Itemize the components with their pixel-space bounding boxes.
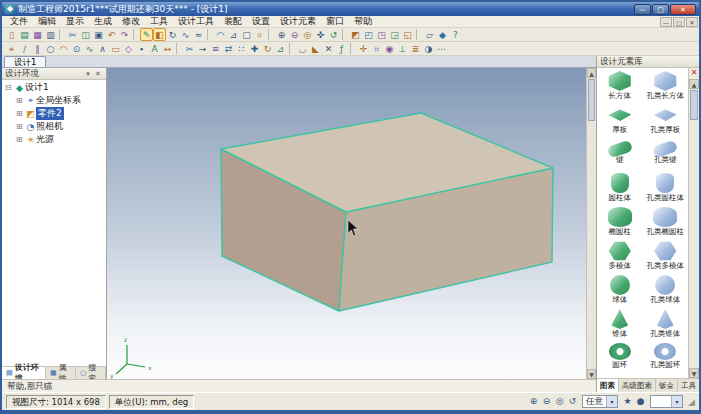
fillet-2d-icon[interactable]: ◡ bbox=[296, 42, 309, 55]
library-item-key[interactable]: 键 bbox=[597, 137, 643, 171]
child-restore-button[interactable]: ▢ bbox=[673, 17, 685, 27]
library-item-hole-cylinder[interactable]: 孔类圆柱体 bbox=[643, 171, 689, 205]
library-item-slab[interactable]: 厚板 bbox=[597, 103, 643, 137]
pan-icon[interactable]: ✜ bbox=[314, 28, 327, 41]
library-tab-sheetmetal[interactable]: 钣金 bbox=[656, 379, 678, 392]
library-tab-advanced[interactable]: 高级图素 bbox=[619, 379, 656, 392]
orbit-icon[interactable]: ↺ bbox=[327, 28, 340, 41]
menu-tools[interactable]: 工具 bbox=[145, 16, 173, 27]
scale-icon[interactable]: ⊿ bbox=[274, 42, 287, 55]
extrude-icon[interactable]: ◧ bbox=[153, 28, 166, 41]
tab-properties[interactable]: ▦ 属性 bbox=[46, 367, 76, 379]
rotate-icon[interactable]: ↻ bbox=[261, 42, 274, 55]
parallel-line-icon[interactable]: ∥ bbox=[31, 42, 44, 55]
menu-design-elements[interactable]: 设计元素 bbox=[275, 16, 321, 27]
options-icon[interactable]: ⋯ bbox=[435, 42, 448, 55]
tree-item-global-coords[interactable]: ⊞ ⌖ 全局坐标系 bbox=[2, 94, 106, 107]
scrollbar-track[interactable] bbox=[587, 122, 596, 369]
chamfer-2d-icon[interactable]: ◣ bbox=[309, 42, 322, 55]
sweep-icon[interactable]: ∿ bbox=[179, 28, 192, 41]
paste-icon[interactable]: ▣ bbox=[92, 28, 105, 41]
menu-design-tools[interactable]: 设计工具 bbox=[173, 16, 219, 27]
zoom-all-icon[interactable]: ◎ bbox=[301, 28, 314, 41]
zoom-extents-icon[interactable]: ◎ bbox=[553, 395, 566, 408]
select-icon[interactable]: ⌖ bbox=[5, 42, 18, 55]
menu-settings[interactable]: 设置 bbox=[247, 16, 275, 27]
scroll-down-icon[interactable]: ▼ bbox=[689, 368, 699, 378]
shaded-icon[interactable]: ◆ bbox=[436, 28, 449, 41]
library-item-hole-key[interactable]: 孔类键 bbox=[643, 137, 689, 171]
array-icon[interactable]: ∷ bbox=[235, 42, 248, 55]
trim-icon[interactable]: ✂ bbox=[183, 42, 196, 55]
pin-icon[interactable]: ▾ bbox=[83, 70, 93, 78]
loft-icon[interactable]: ≈ bbox=[192, 28, 205, 41]
view-top-icon[interactable]: ◳ bbox=[375, 28, 388, 41]
undo-icon[interactable]: ↶ bbox=[105, 28, 118, 41]
viewport-canvas[interactable]: z x y bbox=[107, 68, 586, 379]
offset-icon[interactable]: ≡ bbox=[209, 42, 222, 55]
library-item-cone[interactable]: 锥体 bbox=[597, 307, 643, 341]
library-item-hole-torus[interactable]: 孔类圆环 bbox=[643, 341, 689, 375]
tree-item-camera[interactable]: ⊞ ◔ 照相机 bbox=[2, 120, 106, 133]
tree-expander-icon[interactable]: ⊟ bbox=[5, 83, 14, 92]
zoom-in-icon[interactable]: ⊕ bbox=[527, 395, 540, 408]
orbit-icon[interactable]: ↺ bbox=[566, 395, 579, 408]
menu-file[interactable]: 文件 bbox=[5, 16, 33, 27]
mirror-icon[interactable]: ⇄ bbox=[222, 42, 235, 55]
scrollbar-thumb[interactable] bbox=[690, 90, 698, 120]
save-file-icon[interactable]: ▦ bbox=[31, 28, 44, 41]
rectangle-icon[interactable]: ▭ bbox=[109, 42, 122, 55]
fillet-icon[interactable]: ◠ bbox=[214, 28, 227, 41]
menu-help[interactable]: 帮助 bbox=[349, 16, 377, 27]
formula-icon[interactable]: ƒ bbox=[335, 42, 348, 55]
wireframe-icon[interactable]: ▱ bbox=[423, 28, 436, 41]
tree-item-light[interactable]: ⊞ ☀ 光源 bbox=[2, 133, 106, 146]
menu-view[interactable]: 显示 bbox=[61, 16, 89, 27]
zoom-out-icon[interactable]: ⊖ bbox=[540, 395, 553, 408]
scrollbar-thumb[interactable] bbox=[588, 79, 595, 121]
library-item-sphere[interactable]: 球体 bbox=[597, 273, 643, 307]
library-item-cylinder[interactable]: 圆柱体 bbox=[597, 171, 643, 205]
ortho-icon[interactable]: ⊥ bbox=[396, 42, 409, 55]
view-front-icon[interactable]: ◰ bbox=[362, 28, 375, 41]
library-scrollbar[interactable]: ✕ ▲ ▼ bbox=[688, 68, 699, 378]
circle-icon[interactable]: ○ bbox=[44, 42, 57, 55]
point-icon[interactable]: ∙ bbox=[135, 42, 148, 55]
scrollbar-track[interactable] bbox=[689, 121, 699, 368]
library-close-button[interactable]: ✕ bbox=[689, 68, 699, 79]
viewport-scrollbar[interactable]: ▲ ▼ bbox=[586, 68, 596, 379]
library-tab-tools[interactable]: 工具 bbox=[678, 379, 700, 392]
library-item-prism[interactable]: 多棱体 bbox=[597, 239, 643, 273]
tree-item-part2[interactable]: ⊞ ◩ 零件2 bbox=[2, 107, 106, 120]
polyline-icon[interactable]: ∧ bbox=[96, 42, 109, 55]
library-item-hole-slab[interactable]: 孔类厚板 bbox=[643, 103, 689, 137]
tab-design-environment[interactable]: ▤ 设计环境 bbox=[2, 367, 46, 379]
copy-icon[interactable]: ◫ bbox=[79, 28, 92, 41]
view-back-icon[interactable]: ◱ bbox=[401, 28, 414, 41]
polygon-icon[interactable]: ◇ bbox=[122, 42, 135, 55]
viewport-3d[interactable]: z x y bbox=[107, 68, 586, 379]
view-iso-icon[interactable]: ◩ bbox=[349, 28, 362, 41]
document-tab-design1[interactable]: 设计1 bbox=[4, 56, 46, 67]
pattern-icon[interactable]: ⌗ bbox=[253, 28, 266, 41]
snap-toggle-icon[interactable]: ● bbox=[634, 395, 647, 408]
redo-icon[interactable]: ↷ bbox=[118, 28, 131, 41]
menu-edit[interactable]: 编辑 bbox=[33, 16, 61, 27]
library-item-torus[interactable]: 圆环 bbox=[597, 341, 643, 375]
text-icon[interactable]: A bbox=[148, 42, 161, 55]
move-icon[interactable]: ✚ bbox=[248, 42, 261, 55]
shell-icon[interactable]: ▢ bbox=[240, 28, 253, 41]
library-item-cuboid[interactable]: 长方体 bbox=[597, 69, 643, 103]
library-item-hole-prism[interactable]: 孔类多棱体 bbox=[643, 239, 689, 273]
revolve-icon[interactable]: ↻ bbox=[166, 28, 179, 41]
sketch-icon[interactable]: ✎ bbox=[140, 28, 153, 41]
new-file-icon[interactable]: ▯ bbox=[5, 28, 18, 41]
tab-search[interactable]: ○ 搜索 bbox=[76, 367, 106, 379]
tree-item-design1[interactable]: ⊟ ◆ 设计1 bbox=[2, 81, 106, 94]
library-tab-primitives[interactable]: 图素 bbox=[597, 379, 619, 392]
delete-icon[interactable]: ✕ bbox=[322, 42, 335, 55]
line-icon[interactable]: ∕ bbox=[18, 42, 31, 55]
close-panel-icon[interactable]: ✕ bbox=[93, 70, 103, 78]
spline-icon[interactable]: ∿ bbox=[83, 42, 96, 55]
menu-window[interactable]: 窗口 bbox=[321, 16, 349, 27]
